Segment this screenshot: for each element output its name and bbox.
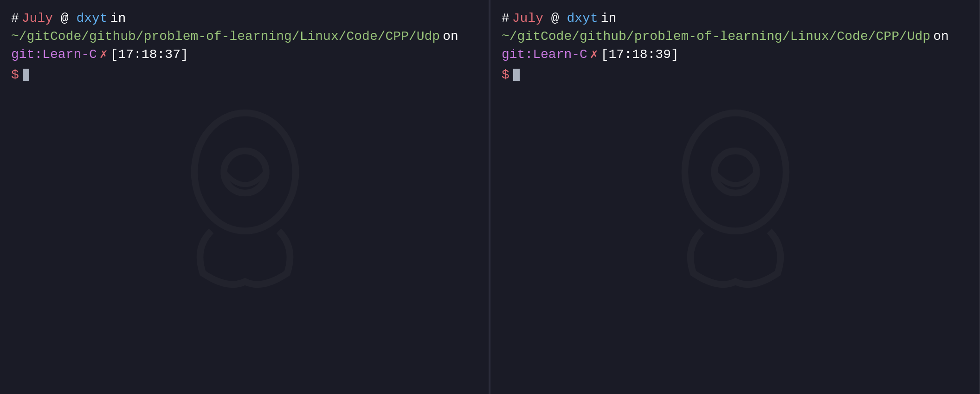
at-symbol-left: @ (61, 9, 69, 27)
at-left (53, 9, 61, 27)
x-right: ✗ (590, 45, 598, 64)
prompt-line-left: # July @ dxyt in ~/gitCode/github/proble… (11, 9, 478, 64)
branch-left: Learn-C (42, 45, 97, 64)
in-right: in (601, 9, 617, 27)
path-right: ~/gitCode/github/problem-of-learning/Lin… (502, 27, 930, 45)
x-left: ✗ (100, 45, 108, 64)
svg-point-0 (194, 113, 295, 231)
hash-left: # (11, 9, 19, 27)
dollar-left: $ (11, 66, 19, 84)
svg-point-1 (224, 151, 266, 193)
hash-right: # (502, 9, 509, 27)
svg-point-2 (684, 113, 786, 231)
space-left (69, 9, 77, 27)
svg-point-3 (714, 151, 756, 193)
git-label-left: git: (11, 45, 42, 64)
path-left: ~/gitCode/github/problem-of-learning/Lin… (11, 27, 440, 45)
terminal-container: # July @ dxyt in ~/gitCode/github/proble… (0, 0, 980, 394)
at-right (543, 9, 551, 27)
watermark-left (152, 104, 338, 290)
cursor-right (513, 69, 520, 81)
time-right: [17:18:39] (601, 45, 679, 64)
username-right: July (512, 9, 543, 27)
in-left: in (110, 9, 126, 27)
on-right: on (933, 27, 949, 45)
dollar-line-left[interactable]: $ (11, 66, 478, 84)
git-label-right: git: (502, 45, 533, 64)
username-left: July (22, 9, 53, 27)
terminal-pane-left[interactable]: # July @ dxyt in ~/gitCode/github/proble… (0, 0, 490, 394)
dollar-right: $ (502, 66, 509, 84)
space-right (559, 9, 567, 27)
watermark-right (643, 104, 828, 290)
cursor-left (23, 69, 29, 81)
prompt-line-right: # July @ dxyt in ~/gitCode/github/proble… (502, 9, 969, 64)
hostname-left: dxyt (76, 9, 107, 27)
at-symbol-right: @ (551, 9, 559, 27)
terminal-pane-right[interactable]: # July @ dxyt in ~/gitCode/github/proble… (490, 0, 980, 394)
on-left: on (443, 27, 458, 45)
hostname-right: dxyt (567, 9, 598, 27)
branch-right: Learn-C (533, 45, 587, 64)
dollar-line-right[interactable]: $ (502, 66, 969, 84)
time-left: [17:18:37] (110, 45, 188, 64)
